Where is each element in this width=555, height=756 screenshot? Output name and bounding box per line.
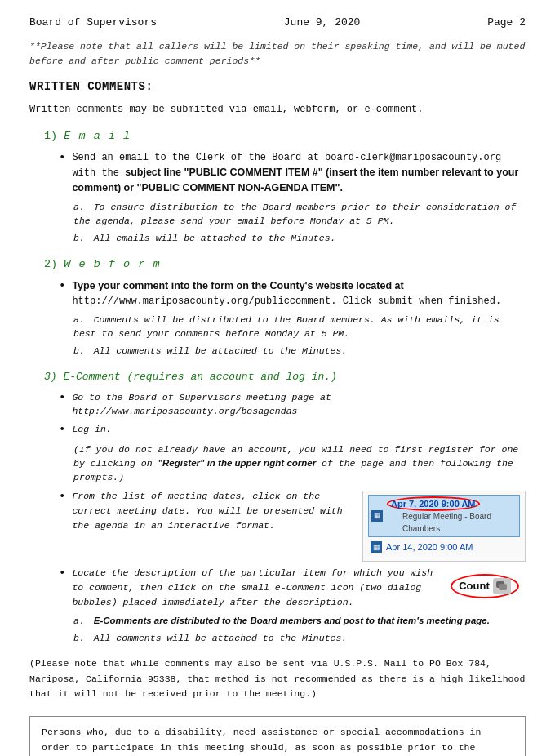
email-bullet-text: Send an email to the Clerk of the Board … xyxy=(72,150,526,196)
webform-sub-a: a. Comments will be distributed to the B… xyxy=(73,313,526,341)
item-3-heading: 3) E-Comment (requires an account and lo… xyxy=(44,369,526,385)
calendar-icon: ▦ xyxy=(371,510,383,522)
meeting-date-apr7-highlighted[interactable]: Apr 7, 2020 9:00 AM xyxy=(387,496,480,511)
email-bullet-1: • Send an email to the Clerk of the Boar… xyxy=(59,150,526,196)
count-label: Count xyxy=(459,578,490,594)
locate-section: Locate the description of the particular… xyxy=(72,566,526,610)
meeting-date-apr14[interactable]: Apr 14, 2020 9:00 AM xyxy=(386,542,473,552)
header-page: Page 2 xyxy=(487,15,526,31)
webform-bullet-text: Type your comment into the form on the C… xyxy=(72,278,501,309)
notice-text: **Please note that all callers will be l… xyxy=(29,39,526,69)
ecomment-bullet-4: • Locate the description of the particul… xyxy=(59,566,526,610)
ecomment-bullet-1: • Go to the Board of Supervisors meeting… xyxy=(59,390,526,419)
bullet-dot: • xyxy=(59,489,65,505)
ecomment-sub-b: b. All comments will be attached to the … xyxy=(73,631,526,645)
ecomment-bullet-2: • Log in. xyxy=(59,422,526,438)
intro-text: Written comments may be submitted via em… xyxy=(29,102,526,117)
locate-text: Locate the description of the particular… xyxy=(72,566,437,610)
ecomment-register-note: (If you do not already have an account, … xyxy=(73,442,526,485)
accessibility-box: Persons who, due to a disability, need a… xyxy=(29,716,526,756)
meeting-dates-text: From the list of meeting dates, click on… xyxy=(72,489,356,533)
email-subject-bold: subject line "PUBLIC COMMENT ITEM #" (in… xyxy=(72,167,518,193)
bullet-dot: • xyxy=(59,566,65,582)
email-sub-a: a. To ensure distribution to the Board m… xyxy=(73,200,526,229)
page-header: Board of Supervisors June 9, 2020 Page 2 xyxy=(29,15,526,31)
count-bubble-area: Count xyxy=(444,574,526,598)
bullet-dot: • xyxy=(59,390,65,407)
meeting-list-screenshot: ▦ Apr 7, 2020 9:00 AM Regular Meeting - … xyxy=(362,489,526,562)
ecomment-sub-a: a. E-Comments are distributed to the Boa… xyxy=(73,614,526,628)
header-date: June 9, 2020 xyxy=(284,15,361,31)
calendar-icon-2: ▦ xyxy=(371,541,382,553)
webform-sub-b: b. All comments will be attached to the … xyxy=(73,344,526,358)
item-email: 1) E m a i l • Send an email to the Cler… xyxy=(29,128,526,245)
bullet-dot: • xyxy=(59,278,65,295)
meeting-sub-apr7: Regular Meeting - Board Chambers xyxy=(402,510,517,535)
bullet-dot: • xyxy=(59,422,65,438)
meeting-item-apr14[interactable]: ▦ Apr 14, 2020 9:00 AM xyxy=(368,539,520,556)
written-comments-heading: WRITTEN COMMENTS: xyxy=(29,78,526,96)
item-webform: 2) W e b f o r m • Type your comment int… xyxy=(29,256,526,358)
footer-note: (Please note that while comments may als… xyxy=(29,656,526,701)
webform-bullet-1: • Type your comment into the form on the… xyxy=(59,278,526,309)
comment-icon xyxy=(493,578,511,594)
ecomment-go-text: Go to the Board of Supervisors meeting p… xyxy=(72,390,331,419)
ecomment-login-text: Log in. xyxy=(72,422,111,436)
count-bubble: Count xyxy=(451,574,519,598)
meeting-list[interactable]: ▦ Apr 7, 2020 9:00 AM Regular Meeting - … xyxy=(362,491,526,562)
item-2-heading: 2) W e b f o r m xyxy=(44,256,526,273)
item-1-heading: 1) E m a i l xyxy=(44,128,526,145)
header-title: Board of Supervisors xyxy=(29,15,157,31)
email-sub-b: b. All emails will be attached to the Mi… xyxy=(73,231,526,245)
ecomment-bullet-3: • From the list of meeting dates, click … xyxy=(59,489,526,562)
item-ecomment: 3) E-Comment (requires an account and lo… xyxy=(29,369,526,645)
meeting-item-apr7[interactable]: ▦ Apr 7, 2020 9:00 AM Regular Meeting - … xyxy=(368,495,520,538)
bullet-dot: • xyxy=(59,150,65,167)
svg-rect-1 xyxy=(499,584,507,590)
speech-bubble-icon xyxy=(496,581,508,591)
meeting-dates-section: From the list of meeting dates, click on… xyxy=(72,489,526,562)
